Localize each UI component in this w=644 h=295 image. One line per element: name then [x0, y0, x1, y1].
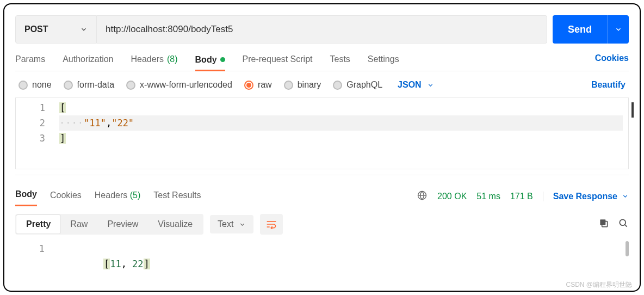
url-input[interactable]: http://localhost:8090/bodyTest5	[97, 15, 547, 44]
send-button[interactable]: Send	[553, 15, 607, 44]
watermark-text: CSDN @编程界明世隐	[566, 280, 632, 290]
line-number: 3	[16, 131, 45, 146]
response-code: [11, 22]	[55, 239, 629, 261]
radio-raw-label: raw	[258, 80, 272, 90]
tab-body[interactable]: Body	[195, 52, 225, 71]
http-method-value: POST	[24, 24, 48, 34]
scrollbar-thumb[interactable]	[631, 102, 634, 118]
response-right-controls	[598, 218, 629, 231]
line-number: 2	[16, 115, 45, 131]
send-dropdown-button[interactable]	[607, 15, 629, 44]
chevron-down-icon	[622, 193, 629, 200]
chevron-down-icon	[615, 26, 622, 33]
bracket-close: ]	[59, 133, 66, 144]
tab-tests[interactable]: Tests	[330, 51, 350, 71]
editor-gutter: 1 2 3	[16, 98, 56, 169]
chevron-down-icon	[427, 82, 434, 89]
tab-headers-label: Headers	[131, 54, 164, 64]
view-mode-pretty[interactable]: Pretty	[16, 215, 60, 233]
response-meta: 200 OK 51 ms 171 B Save Response	[417, 190, 629, 203]
copy-icon[interactable]	[598, 218, 609, 231]
whitespace: ····	[59, 118, 84, 128]
response-body-viewer[interactable]: 1 [11, 22]	[15, 239, 629, 261]
number-token: 11	[110, 259, 121, 269]
tab-body-label: Body	[195, 55, 217, 65]
radio-form-data[interactable]: form-data	[64, 80, 114, 90]
raw-format-value: JSON	[398, 80, 422, 90]
save-response-label: Save Response	[553, 192, 617, 201]
resp-tab-test-results[interactable]: Test Results	[153, 187, 201, 206]
radio-binary[interactable]: binary	[284, 80, 321, 90]
tab-headers[interactable]: Headers (8)	[131, 51, 178, 71]
wrap-lines-button[interactable]	[260, 214, 283, 235]
line-number: 1	[16, 100, 45, 115]
radio-xwww[interactable]: x-www-form-urlencoded	[126, 80, 232, 90]
request-bar: POST http://localhost:8090/bodyTest5 Sen…	[15, 15, 629, 44]
tab-params[interactable]: Params	[15, 51, 45, 71]
response-gutter: 1	[15, 239, 55, 261]
body-type-row: none form-data x-www-form-urlencoded raw…	[15, 71, 629, 98]
radio-form-data-label: form-data	[77, 80, 114, 90]
send-button-group: Send	[553, 15, 629, 44]
view-mode-preview[interactable]: Preview	[97, 215, 148, 233]
view-mode-visualize[interactable]: Visualize	[148, 215, 202, 233]
radio-xwww-label: x-www-form-urlencoded	[140, 80, 232, 90]
response-tabs: Body Cookies Headers (5) Test Results 20…	[15, 175, 629, 206]
comma-token: ,	[106, 118, 112, 128]
view-mode-raw[interactable]: Raw	[60, 215, 97, 233]
bracket-open: [	[59, 102, 66, 113]
save-response-button[interactable]: Save Response	[543, 192, 629, 201]
line-number: 1	[15, 241, 45, 256]
http-method-select[interactable]: POST	[15, 15, 97, 44]
chevron-down-icon	[239, 221, 246, 228]
separator: ,	[121, 259, 132, 269]
svg-rect-4	[600, 219, 605, 225]
radio-icon	[284, 81, 293, 90]
chevron-down-icon	[80, 26, 88, 33]
resp-tab-headers-label: Headers	[95, 190, 127, 200]
radio-graphql[interactable]: GraphQL	[333, 80, 382, 90]
resp-tab-headers-count: (5)	[130, 190, 141, 200]
tab-prerequest[interactable]: Pre-request Script	[243, 51, 313, 71]
radio-icon	[333, 81, 342, 90]
response-controls: Pretty Raw Preview Visualize Text	[15, 206, 629, 239]
request-body-editor[interactable]: 1 2 3 [ ····"11","22" ]	[16, 98, 628, 169]
dot-indicator-icon	[220, 57, 225, 62]
radio-icon	[244, 81, 253, 90]
radio-none-label: none	[32, 80, 52, 90]
response-language-select[interactable]: Text	[210, 215, 253, 233]
radio-binary-label: binary	[298, 80, 321, 90]
resp-tab-body[interactable]: Body	[15, 186, 37, 206]
radio-raw[interactable]: raw	[244, 80, 272, 90]
request-body-editor-wrap: 1 2 3 [ ····"11","22" ]	[15, 98, 629, 169]
tab-headers-count: (8)	[167, 54, 178, 64]
string-token: "11"	[84, 118, 106, 128]
status-code: 200 OK	[437, 192, 467, 201]
svg-point-5	[620, 219, 626, 225]
radio-none[interactable]: none	[18, 80, 52, 90]
wrap-icon	[266, 219, 277, 229]
request-tabs: Params Authorization Headers (8) Body Pr…	[15, 51, 629, 71]
app-window: POST http://localhost:8090/bodyTest5 Sen…	[3, 3, 641, 292]
globe-icon[interactable]	[417, 190, 428, 203]
view-mode-group: Pretty Raw Preview Visualize	[15, 214, 203, 235]
bracket-open: [	[103, 259, 110, 269]
beautify-button[interactable]: Beautify	[591, 80, 629, 90]
editor-code[interactable]: [ ····"11","22" ]	[56, 98, 628, 169]
tab-settings[interactable]: Settings	[368, 51, 399, 71]
string-token: "22"	[112, 118, 134, 128]
bracket-close: ]	[144, 259, 150, 269]
search-icon[interactable]	[618, 218, 629, 231]
scrollbar-thumb[interactable]	[626, 241, 629, 256]
cookies-link[interactable]: Cookies	[595, 53, 629, 69]
raw-format-select[interactable]: JSON	[398, 80, 434, 90]
resp-tab-headers[interactable]: Headers (5)	[95, 187, 141, 206]
resp-tab-cookies[interactable]: Cookies	[50, 187, 82, 206]
radio-icon	[64, 81, 73, 90]
radio-icon	[126, 81, 135, 90]
radio-icon	[18, 81, 28, 90]
response-language-value: Text	[218, 219, 233, 229]
tab-authorization[interactable]: Authorization	[63, 51, 113, 71]
response-size: 171 B	[510, 192, 533, 201]
url-value: http://localhost:8090/bodyTest5	[106, 24, 233, 35]
